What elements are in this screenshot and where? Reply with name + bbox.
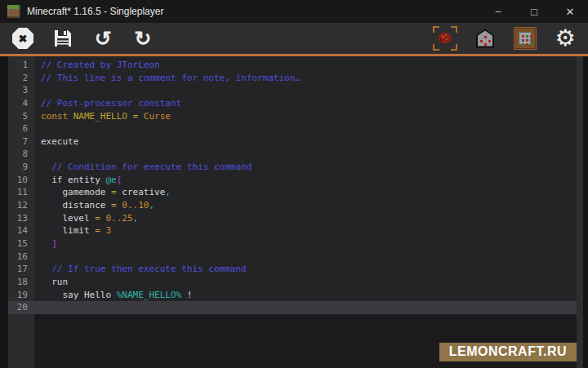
code-text	[34, 301, 41, 314]
code-line-1[interactable]: 1// Created by JTorLeon	[8, 59, 577, 72]
code-text	[34, 84, 41, 97]
redo-button[interactable]: ↻	[130, 25, 156, 51]
code-text: // Condition for execute this command	[34, 161, 252, 174]
code-line-9[interactable]: 9 // Condition for execute this command	[8, 161, 577, 174]
line-number: 15	[8, 237, 34, 251]
line-number: 14	[8, 224, 34, 237]
code-line-5[interactable]: 5const NAME_HELLO = Curse	[8, 110, 577, 123]
code-editor[interactable]: 1// Created by JTorLeon2// This line is …	[0, 56, 588, 368]
redstone-dust-icon	[439, 33, 452, 43]
code-text: // If true then execute this command	[34, 263, 247, 276]
maximize-button[interactable]: □	[516, 0, 552, 23]
structure-home-button[interactable]	[472, 25, 498, 51]
bracket-corner	[433, 44, 439, 51]
code-text: gamemode = creative,	[34, 186, 171, 199]
code-line-8[interactable]: 8	[8, 148, 577, 161]
token-plain: distance	[41, 200, 111, 211]
window-controls: – □ ✕	[480, 0, 588, 23]
code-line-16[interactable]: 16	[8, 251, 577, 264]
undo-icon: ↺	[95, 29, 112, 49]
line-number: 4	[8, 97, 34, 110]
line-number: 13	[8, 212, 34, 225]
token-magenta: [	[117, 175, 122, 185]
code-lines: 1// Created by JTorLeon2// This line is …	[8, 59, 577, 314]
token-cyan: %NAME_HELLO%	[117, 290, 181, 300]
line-number: 1	[8, 59, 34, 72]
minimize-button[interactable]: –	[480, 0, 516, 23]
token-cyan: ,	[133, 213, 139, 224]
undo-button[interactable]: ↺	[90, 25, 116, 51]
line-number: 12	[8, 199, 34, 212]
token-plain: say Hello	[41, 290, 117, 300]
token-plain: execute	[41, 136, 78, 147]
redstone-tool-button[interactable]	[432, 25, 458, 51]
code-line-13[interactable]: 13 level = 0..25,	[8, 212, 577, 225]
code-line-15[interactable]: 15 ]	[8, 237, 577, 251]
titlebar[interactable]: Minecraft* 1.16.5 - Singleplayer – □ ✕	[0, 0, 588, 23]
floppy-disk-icon	[53, 29, 73, 48]
code-text	[34, 251, 41, 264]
token-magenta: ]	[41, 238, 57, 249]
token-comment: // Post-processor constant	[41, 98, 181, 109]
bracket-corner	[451, 44, 457, 51]
line-number: 7	[8, 135, 34, 149]
code-text: // This line is a comment for note, info…	[34, 72, 301, 85]
line-number: 6	[8, 122, 34, 135]
code-line-12[interactable]: 12 distance = 0..10,	[8, 199, 577, 212]
token-orange: 0..25	[105, 213, 132, 224]
code-line-11[interactable]: 11 gamemode = creative,	[8, 186, 577, 199]
gear-icon: ⚙	[555, 27, 575, 50]
token-yellow: =	[111, 200, 117, 211]
editor-right-margin	[583, 56, 588, 368]
bracket-corner	[433, 26, 439, 33]
token-comment: // Condition for execute this command	[41, 162, 252, 172]
code-line-20[interactable]: 20	[8, 301, 577, 314]
code-line-19[interactable]: 19 say Hello %NAME_HELLO% !	[8, 289, 577, 302]
window-title: Minecraft* 1.16.5 - Singleplayer	[27, 6, 163, 17]
settings-button[interactable]: ⚙	[552, 25, 578, 51]
line-number: 8	[8, 148, 34, 161]
code-line-14[interactable]: 14 limit = 3	[8, 224, 577, 237]
token-plain: creative	[117, 187, 166, 197]
code-line-2[interactable]: 2// This line is a comment for note, inf…	[8, 72, 577, 85]
code-text: distance = 0..10,	[34, 199, 154, 212]
token-plain: if entity	[41, 175, 105, 185]
line-number: 20	[8, 301, 34, 314]
code-line-18[interactable]: 18 run	[8, 276, 577, 289]
cancel-button[interactable]: ✖	[10, 25, 36, 51]
code-text	[34, 148, 41, 161]
home-icon-face	[478, 31, 492, 47]
token-plain: gamemode	[41, 187, 111, 197]
code-line-4[interactable]: 4// Post-processor constant	[8, 97, 577, 110]
code-line-10[interactable]: 10 if entity @e[	[8, 174, 577, 187]
bracket-corner	[451, 26, 457, 33]
line-number: 5	[8, 110, 34, 123]
crafting-table-button[interactable]	[512, 25, 538, 51]
code-line-17[interactable]: 17 // If true then execute this command	[8, 263, 577, 276]
line-number: 3	[8, 84, 34, 97]
line-number: 18	[8, 276, 34, 289]
code-text	[34, 122, 41, 135]
code-text: run	[34, 276, 68, 289]
token-orange: Curse	[144, 111, 171, 122]
token-comment: // This line is a comment for note, info…	[41, 73, 301, 83]
close-button[interactable]: ✕	[552, 0, 588, 23]
code-line-3[interactable]: 3	[8, 84, 577, 97]
scrollbar-track[interactable]	[577, 56, 583, 368]
code-text: const NAME_HELLO = Curse	[34, 110, 171, 123]
redo-icon: ↻	[135, 29, 152, 49]
code-line-6[interactable]: 6	[8, 122, 577, 135]
save-button[interactable]	[50, 25, 76, 51]
code-text: say Hello %NAME_HELLO% !	[34, 289, 192, 302]
code-text: if entity @e[	[34, 174, 122, 187]
crafting-grid-dots	[522, 35, 524, 38]
token-comment: // Created by JTorLeon	[41, 60, 160, 70]
code-line-7[interactable]: 7execute	[8, 135, 577, 149]
token-cyan: ,	[149, 200, 154, 211]
token-comment: // If true then execute this command	[41, 264, 247, 274]
token-plain: level	[41, 213, 95, 224]
minecraft-editor-window: Minecraft* 1.16.5 - Singleplayer – □ ✕ ✖…	[0, 0, 588, 368]
home-icon	[476, 29, 494, 48]
line-number: 19	[8, 289, 34, 302]
editor-left-margin	[0, 56, 8, 368]
